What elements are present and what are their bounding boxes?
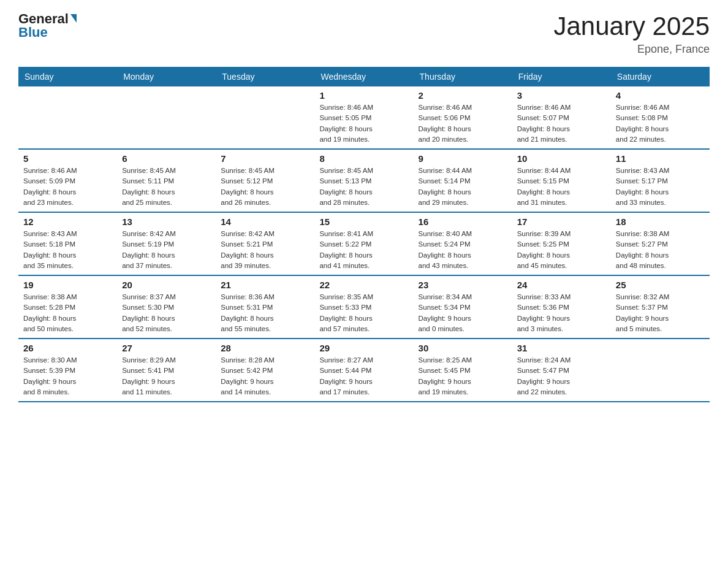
day-number: 30 <box>419 343 507 353</box>
day-cell <box>18 86 117 149</box>
header-row: SundayMondayTuesdayWednesdayThursdayFrid… <box>18 67 710 86</box>
day-info: Sunrise: 8:39 AM Sunset: 5:25 PM Dayligh… <box>517 229 606 271</box>
day-number: 17 <box>517 216 606 227</box>
day-cell: 28Sunrise: 8:28 AM Sunset: 5:42 PM Dayli… <box>216 339 314 402</box>
day-cell <box>216 86 314 149</box>
calendar-table: SundayMondayTuesdayWednesdayThursdayFrid… <box>18 67 710 402</box>
day-number: 27 <box>122 343 211 353</box>
day-cell: 7Sunrise: 8:45 AM Sunset: 5:12 PM Daylig… <box>216 149 314 212</box>
day-number: 12 <box>23 216 112 227</box>
day-cell: 5Sunrise: 8:46 AM Sunset: 5:09 PM Daylig… <box>18 149 117 212</box>
day-info: Sunrise: 8:28 AM Sunset: 5:42 PM Dayligh… <box>221 355 309 397</box>
day-cell: 13Sunrise: 8:42 AM Sunset: 5:19 PM Dayli… <box>117 212 216 275</box>
day-info: Sunrise: 8:46 AM Sunset: 5:06 PM Dayligh… <box>419 102 507 145</box>
day-info: Sunrise: 8:42 AM Sunset: 5:21 PM Dayligh… <box>221 229 309 271</box>
header-cell-tuesday: Tuesday <box>216 67 314 86</box>
day-cell: 12Sunrise: 8:43 AM Sunset: 5:18 PM Dayli… <box>18 212 117 275</box>
day-number: 13 <box>122 216 211 227</box>
day-number: 5 <box>23 153 112 164</box>
day-info: Sunrise: 8:42 AM Sunset: 5:19 PM Dayligh… <box>122 229 211 271</box>
title-area: January 2025 Epone, France <box>553 12 710 56</box>
day-cell <box>117 86 216 149</box>
page-header: General Blue January 2025 Epone, France <box>18 12 710 56</box>
day-info: Sunrise: 8:36 AM Sunset: 5:31 PM Dayligh… <box>221 292 309 334</box>
day-info: Sunrise: 8:43 AM Sunset: 5:18 PM Dayligh… <box>23 229 112 271</box>
day-number: 21 <box>221 280 309 290</box>
header-cell-sunday: Sunday <box>18 67 117 86</box>
day-number: 29 <box>319 343 408 353</box>
day-cell: 11Sunrise: 8:43 AM Sunset: 5:17 PM Dayli… <box>611 149 710 212</box>
day-cell: 22Sunrise: 8:35 AM Sunset: 5:33 PM Dayli… <box>314 275 413 339</box>
day-number: 18 <box>616 216 705 227</box>
day-info: Sunrise: 8:45 AM Sunset: 5:13 PM Dayligh… <box>319 166 408 208</box>
calendar-title: January 2025 <box>553 12 710 40</box>
day-info: Sunrise: 8:44 AM Sunset: 5:14 PM Dayligh… <box>419 166 507 208</box>
calendar-header: SundayMondayTuesdayWednesdayThursdayFrid… <box>18 67 710 86</box>
logo-triangle-icon <box>70 14 77 23</box>
day-cell: 14Sunrise: 8:42 AM Sunset: 5:21 PM Dayli… <box>216 212 314 275</box>
day-cell: 23Sunrise: 8:34 AM Sunset: 5:34 PM Dayli… <box>414 275 512 339</box>
day-cell: 9Sunrise: 8:44 AM Sunset: 5:14 PM Daylig… <box>414 149 512 212</box>
day-info: Sunrise: 8:46 AM Sunset: 5:08 PM Dayligh… <box>616 102 705 145</box>
day-info: Sunrise: 8:30 AM Sunset: 5:39 PM Dayligh… <box>23 355 112 397</box>
day-info: Sunrise: 8:45 AM Sunset: 5:12 PM Dayligh… <box>221 166 309 208</box>
day-number: 1 <box>319 90 408 101</box>
logo: General Blue <box>18 12 77 39</box>
day-cell: 10Sunrise: 8:44 AM Sunset: 5:15 PM Dayli… <box>512 149 611 212</box>
day-info: Sunrise: 8:24 AM Sunset: 5:47 PM Dayligh… <box>517 355 606 397</box>
week-row-0: 1Sunrise: 8:46 AM Sunset: 5:05 PM Daylig… <box>18 86 710 149</box>
day-number: 15 <box>319 216 408 227</box>
day-cell: 2Sunrise: 8:46 AM Sunset: 5:06 PM Daylig… <box>414 86 512 149</box>
header-cell-thursday: Thursday <box>414 67 512 86</box>
day-info: Sunrise: 8:35 AM Sunset: 5:33 PM Dayligh… <box>319 292 408 334</box>
day-info: Sunrise: 8:45 AM Sunset: 5:11 PM Dayligh… <box>122 166 211 208</box>
day-cell: 21Sunrise: 8:36 AM Sunset: 5:31 PM Dayli… <box>216 275 314 339</box>
day-cell: 31Sunrise: 8:24 AM Sunset: 5:47 PM Dayli… <box>512 339 611 402</box>
day-info: Sunrise: 8:29 AM Sunset: 5:41 PM Dayligh… <box>122 355 211 397</box>
day-info: Sunrise: 8:37 AM Sunset: 5:30 PM Dayligh… <box>122 292 211 334</box>
day-cell: 29Sunrise: 8:27 AM Sunset: 5:44 PM Dayli… <box>314 339 413 402</box>
day-number: 28 <box>221 343 309 353</box>
day-cell: 6Sunrise: 8:45 AM Sunset: 5:11 PM Daylig… <box>117 149 216 212</box>
header-cell-wednesday: Wednesday <box>314 67 413 86</box>
day-cell: 27Sunrise: 8:29 AM Sunset: 5:41 PM Dayli… <box>117 339 216 402</box>
day-cell: 1Sunrise: 8:46 AM Sunset: 5:05 PM Daylig… <box>314 86 413 149</box>
day-info: Sunrise: 8:38 AM Sunset: 5:27 PM Dayligh… <box>616 229 705 271</box>
day-info: Sunrise: 8:32 AM Sunset: 5:37 PM Dayligh… <box>616 292 705 334</box>
week-row-1: 5Sunrise: 8:46 AM Sunset: 5:09 PM Daylig… <box>18 149 710 212</box>
day-number: 8 <box>319 153 408 164</box>
logo-blue-text: Blue <box>18 26 48 39</box>
day-number: 6 <box>122 153 211 164</box>
day-info: Sunrise: 8:40 AM Sunset: 5:24 PM Dayligh… <box>419 229 507 271</box>
week-row-3: 19Sunrise: 8:38 AM Sunset: 5:28 PM Dayli… <box>18 275 710 339</box>
day-info: Sunrise: 8:33 AM Sunset: 5:36 PM Dayligh… <box>517 292 606 334</box>
day-number: 24 <box>517 280 606 290</box>
day-number: 10 <box>517 153 606 164</box>
day-info: Sunrise: 8:41 AM Sunset: 5:22 PM Dayligh… <box>319 229 408 271</box>
day-number: 4 <box>616 90 705 101</box>
header-cell-monday: Monday <box>117 67 216 86</box>
day-info: Sunrise: 8:27 AM Sunset: 5:44 PM Dayligh… <box>319 355 408 397</box>
day-cell: 30Sunrise: 8:25 AM Sunset: 5:45 PM Dayli… <box>414 339 512 402</box>
day-cell: 8Sunrise: 8:45 AM Sunset: 5:13 PM Daylig… <box>314 149 413 212</box>
day-number: 16 <box>419 216 507 227</box>
day-number: 31 <box>517 343 606 353</box>
week-row-2: 12Sunrise: 8:43 AM Sunset: 5:18 PM Dayli… <box>18 212 710 275</box>
day-cell: 20Sunrise: 8:37 AM Sunset: 5:30 PM Dayli… <box>117 275 216 339</box>
day-cell: 18Sunrise: 8:38 AM Sunset: 5:27 PM Dayli… <box>611 212 710 275</box>
day-number: 26 <box>23 343 112 353</box>
week-row-4: 26Sunrise: 8:30 AM Sunset: 5:39 PM Dayli… <box>18 339 710 402</box>
day-cell: 19Sunrise: 8:38 AM Sunset: 5:28 PM Dayli… <box>18 275 117 339</box>
logo-general-text: General <box>18 12 69 26</box>
day-cell: 16Sunrise: 8:40 AM Sunset: 5:24 PM Dayli… <box>414 212 512 275</box>
day-number: 23 <box>419 280 507 290</box>
day-cell: 26Sunrise: 8:30 AM Sunset: 5:39 PM Dayli… <box>18 339 117 402</box>
day-number: 7 <box>221 153 309 164</box>
day-number: 19 <box>23 280 112 290</box>
day-cell <box>611 339 710 402</box>
day-number: 9 <box>419 153 507 164</box>
day-number: 3 <box>517 90 606 101</box>
day-info: Sunrise: 8:34 AM Sunset: 5:34 PM Dayligh… <box>419 292 507 334</box>
day-number: 20 <box>122 280 211 290</box>
day-number: 25 <box>616 280 705 290</box>
